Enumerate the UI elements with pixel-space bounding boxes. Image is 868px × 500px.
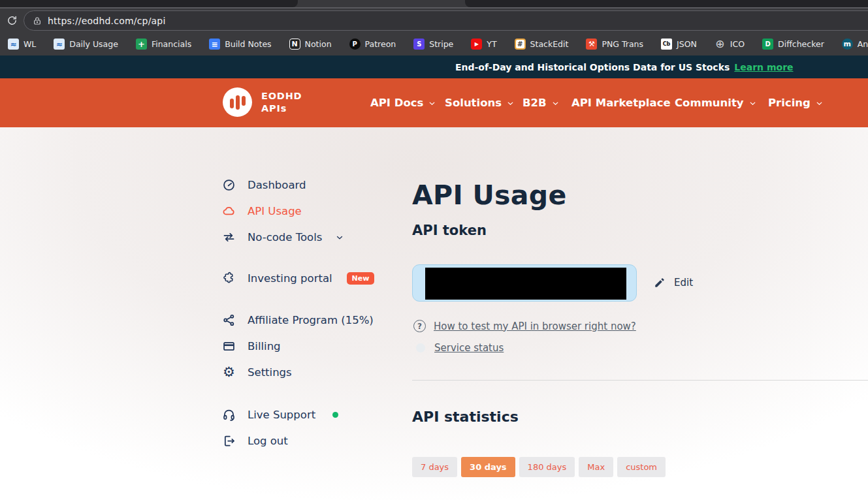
bookmark-daily-usage[interactable]: ≈Daily Usage — [54, 39, 118, 50]
sidebar-item-dashboard[interactable]: Dashboard — [222, 178, 306, 192]
bookmark-favicon: ⚒ — [586, 39, 597, 50]
bookmark-favicon: # — [515, 39, 526, 50]
bookmark-favicon: Cb — [661, 39, 672, 50]
sidebar-item-investing-portal[interactable]: Investing portal New — [222, 272, 374, 285]
page-body: Dashboard API Usage No-code Tools Invest… — [0, 127, 868, 500]
bookmark-stackedit[interactable]: #StackEdit — [515, 39, 569, 50]
service-status-row: Service status — [416, 342, 504, 354]
credit-card-icon — [222, 339, 236, 353]
api-test-help-link[interactable]: How to test my API in browser right now? — [434, 320, 636, 332]
browser-tab[interactable] — [465, 0, 868, 7]
sidebar-item-label: Dashboard — [248, 179, 306, 191]
browser-tab[interactable] — [0, 0, 298, 7]
promo-text: End-of-Day and Historical Options Data f… — [455, 62, 730, 72]
bookmark-label: Build Notes — [225, 39, 271, 49]
nav-label: API Docs — [370, 97, 423, 109]
edit-token-button[interactable]: Edit — [654, 277, 693, 289]
bookmark-png-trans[interactable]: ⚒PNG Trans — [586, 39, 643, 50]
range-180-days-button[interactable]: 180 days — [519, 457, 575, 477]
sidebar-item-label: Affiliate Program (15%) — [248, 314, 374, 326]
range-max-button[interactable]: Max — [579, 457, 613, 477]
range-custom-button[interactable]: custom — [617, 457, 666, 477]
bookmarks-bar: ≈WL ≈Daily Usage +Financials ≡Build Note… — [0, 33, 868, 55]
edit-label: Edit — [674, 277, 693, 289]
nav-community[interactable]: Community — [675, 78, 757, 127]
nav-label: Pricing — [768, 97, 811, 109]
cloud-icon — [222, 204, 236, 218]
bookmark-label: Notion — [305, 39, 332, 49]
bookmark-wl[interactable]: ≈WL — [8, 39, 36, 50]
browser-toolbar: https://eodhd.com/cp/api — [0, 8, 868, 33]
bookmark-label: Anson — [858, 39, 868, 49]
bookmark-favicon: ⊕ — [715, 39, 726, 50]
gauge-icon — [222, 178, 236, 192]
arrows-swap-icon — [222, 230, 236, 244]
bookmark-favicon: ≡ — [209, 39, 220, 50]
chevron-down-icon — [335, 233, 344, 242]
sidebar-item-label: API Usage — [248, 205, 302, 217]
bookmark-label: PNG Trans — [602, 39, 643, 49]
bookmark-favicon: ≈ — [54, 39, 65, 50]
question-icon: ? — [413, 320, 426, 332]
bookmark-financials[interactable]: +Financials — [136, 39, 191, 50]
bookmark-notion[interactable]: NNotion — [289, 39, 332, 50]
sidebar-item-live-support[interactable]: Live Support — [222, 408, 338, 422]
bookmark-favicon: m — [842, 39, 853, 50]
section-divider — [412, 380, 868, 381]
chevron-down-icon — [815, 99, 824, 108]
gear-icon: ⚙ — [222, 366, 236, 379]
bookmark-anson[interactable]: mAnson — [842, 39, 868, 50]
bookmark-diffchecker[interactable]: DDiffchecker — [762, 39, 824, 50]
promo-banner-content: End-of-Day and Historical Options Data f… — [455, 55, 794, 78]
sidebar-item-label: No-code Tools — [248, 231, 322, 243]
pencil-icon — [654, 277, 666, 289]
bookmark-favicon: ≈ — [8, 39, 19, 50]
range-7-days-button[interactable]: 7 days — [412, 457, 457, 477]
reload-button[interactable] — [3, 11, 21, 29]
sidebar-item-settings[interactable]: ⚙ Settings — [222, 366, 292, 379]
bookmark-label: Patreon — [365, 39, 396, 49]
sidebar-item-affiliate-program[interactable]: Affiliate Program (15%) — [222, 313, 374, 327]
nav-pricing[interactable]: Pricing — [768, 78, 824, 127]
nav-label: Community — [675, 97, 744, 109]
sidebar-item-api-usage[interactable]: API Usage — [222, 204, 302, 218]
bookmark-yt[interactable]: ▶YT — [471, 39, 496, 50]
sidebar-item-label: Log out — [248, 435, 288, 447]
bookmark-patreon[interactable]: PPatreon — [349, 39, 396, 50]
range-30-days-button[interactable]: 30 days — [461, 457, 515, 477]
nav-b2b[interactable]: B2B — [522, 78, 560, 127]
sidebar-item-log-out[interactable]: Log out — [222, 434, 288, 448]
date-range-selector: 7 days 30 days 180 days Max custom — [412, 457, 666, 477]
lock-icon — [32, 16, 42, 26]
bookmark-favicon: P — [349, 39, 361, 50]
sidebar-item-billing[interactable]: Billing — [222, 339, 281, 353]
service-status-link[interactable]: Service status — [434, 342, 504, 354]
bookmark-label: StackEdit — [530, 39, 569, 49]
redacted-token-value — [425, 268, 626, 300]
api-statistics-heading: API statistics — [412, 409, 519, 425]
sidebar-item-label: Live Support — [248, 409, 315, 421]
bookmark-label: Diffchecker — [778, 39, 824, 49]
nav-api-marketplace[interactable]: API Marketplace — [571, 78, 671, 127]
sidebar-item-no-code-tools[interactable]: No-code Tools — [222, 230, 344, 244]
sidebar-item-label: Billing — [248, 340, 281, 352]
nav-api-docs[interactable]: API Docs — [370, 78, 436, 127]
bookmark-json[interactable]: CbJSON — [661, 39, 697, 50]
headset-icon — [222, 408, 236, 422]
nav-solutions[interactable]: Solutions — [445, 78, 515, 127]
nav-label: API Marketplace — [571, 97, 671, 109]
bookmark-ico[interactable]: ⊕ICO — [715, 39, 745, 50]
bookmark-label: ICO — [730, 39, 745, 49]
help-link-row: ? How to test my API in browser right no… — [413, 320, 636, 332]
online-status-dot — [332, 412, 338, 418]
chevron-down-icon — [428, 99, 436, 108]
bookmark-stripe[interactable]: SStripe — [413, 39, 453, 50]
address-bar[interactable]: https://eodhd.com/cp/api — [24, 10, 868, 31]
bookmark-favicon: S — [413, 39, 425, 50]
learn-more-link[interactable]: Learn more — [734, 62, 793, 72]
bookmark-build-notes[interactable]: ≡Build Notes — [209, 39, 271, 50]
nav-label: B2B — [522, 97, 547, 109]
promo-banner: End-of-Day and Historical Options Data f… — [0, 55, 868, 78]
browser-window: https://eodhd.com/cp/api ≈WL ≈Daily Usag… — [0, 0, 868, 500]
api-token-field[interactable] — [412, 264, 637, 302]
